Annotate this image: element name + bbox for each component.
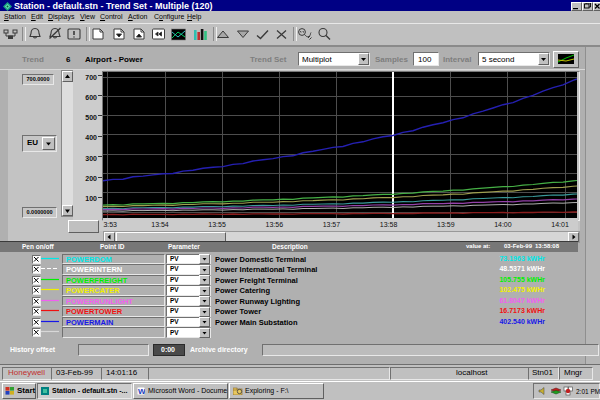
svg-text:W: W bbox=[138, 387, 145, 395]
